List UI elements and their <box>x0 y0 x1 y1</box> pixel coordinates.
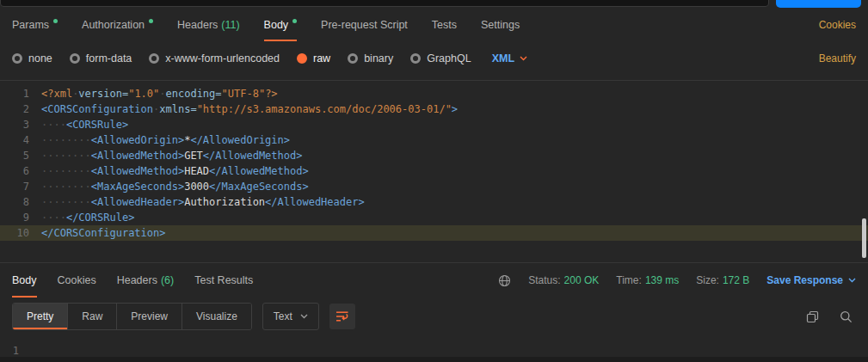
radio-form-data-label: form-data <box>86 52 132 64</box>
size-stat: Size:172 B <box>696 274 749 286</box>
beautify-link[interactable]: Beautify <box>819 52 856 64</box>
radio-graphql[interactable]: GraphQL <box>410 52 471 64</box>
radio-indicator <box>12 53 22 64</box>
language-select[interactable]: XML <box>492 52 527 64</box>
radio-raw[interactable]: raw <box>297 52 330 64</box>
tab-response-headers[interactable]: Headers (6) <box>117 263 175 298</box>
tab-headers[interactable]: Headers (11) <box>177 9 240 41</box>
tab-response-cookies[interactable]: Cookies <box>58 263 96 298</box>
view-tab-raw[interactable]: Raw <box>68 304 117 329</box>
size-value: 172 B <box>723 274 749 286</box>
tab-response-cookies-label: Cookies <box>58 274 96 286</box>
tab-params-label: Params <box>12 19 49 31</box>
send-button[interactable] <box>776 0 861 8</box>
line-number: 3 <box>0 117 41 132</box>
request-editor[interactable]: 1<?xml·version="1.0"·encoding="UTF-8"?>2… <box>0 80 868 263</box>
code-content: <?xml·version="1.0"·encoding="UTF-8"?> <box>41 86 278 101</box>
wrap-text-icon <box>336 310 349 322</box>
format-select-value: Text <box>274 310 292 322</box>
tab-authorization[interactable]: Authorization <box>82 9 153 41</box>
search-icon[interactable] <box>840 310 853 323</box>
line-number: 6 <box>0 163 41 179</box>
code-line[interactable]: 4········<AllowedOrigin>*</AllowedOrigin… <box>0 132 868 148</box>
tab-settings[interactable]: Settings <box>481 9 520 41</box>
size-label: Size: <box>696 274 719 286</box>
code-content: ········<AllowedMethod>GET</AllowedMetho… <box>41 148 302 163</box>
copy-icon[interactable] <box>806 310 819 323</box>
radio-x-www-form-urlencoded[interactable]: x-www-form-urlencoded <box>149 52 280 64</box>
tab-tests[interactable]: Tests <box>432 9 457 41</box>
tab-body[interactable]: Body <box>264 9 298 41</box>
view-tab-pretty[interactable]: Pretty <box>13 304 68 329</box>
line-number: 4 <box>0 132 41 148</box>
request-editor-lines: 1<?xml·version="1.0"·encoding="UTF-8"?>2… <box>0 86 868 241</box>
chevron-down-icon <box>300 314 308 319</box>
tab-pre-request-script[interactable]: Pre-request Script <box>321 9 408 41</box>
body-type-bar: none form-data x-www-form-urlencoded raw… <box>0 43 868 74</box>
request-tabs: Params Authorization Headers (11) Body P… <box>0 9 868 41</box>
tab-test-results-label: Test Results <box>194 274 253 286</box>
tab-tests-label: Tests <box>432 19 457 31</box>
wrap-text-button[interactable] <box>329 304 355 329</box>
radio-form-data[interactable]: form-data <box>70 52 132 64</box>
tab-response-body[interactable]: Body <box>12 263 37 298</box>
radio-indicator-selected <box>297 53 307 64</box>
save-response-button[interactable]: Save Response <box>766 274 856 286</box>
line-number: 9 <box>0 210 41 225</box>
code-content: </CORSConfiguration> <box>41 225 166 241</box>
status-label: Status: <box>528 274 560 286</box>
view-tab-preview[interactable]: Preview <box>117 304 182 329</box>
network-globe-icon[interactable] <box>498 274 511 287</box>
radio-urlencoded-label: x-www-form-urlencoded <box>165 52 280 64</box>
code-line[interactable]: 2<CORSConfiguration·xmlns="http://s3.ama… <box>0 101 868 117</box>
radio-indicator <box>149 53 159 64</box>
code-content: <CORSConfiguration·xmlns="http://s3.amaz… <box>41 101 458 117</box>
code-content: ········<AllowedHeader>Authorization</Al… <box>41 194 365 210</box>
line-number: 2 <box>0 101 41 117</box>
radio-indicator <box>348 53 358 64</box>
tab-settings-label: Settings <box>481 19 520 31</box>
line-number: 1 <box>0 86 41 101</box>
cookies-link[interactable]: Cookies <box>819 19 856 31</box>
tab-body-label: Body <box>264 19 289 31</box>
line-number: 8 <box>0 194 41 210</box>
tab-params[interactable]: Params <box>12 9 58 41</box>
response-headers-count-badge: (6) <box>161 274 174 286</box>
time-stat: Time:139 ms <box>616 274 679 286</box>
radio-none[interactable]: none <box>12 52 52 64</box>
radio-graphql-label: GraphQL <box>427 52 471 64</box>
response-tabs: Body Cookies Headers (6) Test Results S <box>0 263 868 298</box>
url-input[interactable] <box>0 0 769 7</box>
format-select[interactable]: Text <box>262 303 319 330</box>
params-content-dot <box>53 19 58 23</box>
line-number: 5 <box>0 148 41 163</box>
tab-test-results[interactable]: Test Results <box>194 263 253 298</box>
code-line[interactable]: 10</CORSConfiguration> <box>0 225 868 241</box>
authorization-content-dot <box>149 19 153 23</box>
code-line[interactable]: 9····</CORSRule> <box>0 210 868 225</box>
code-content: ····<CORSRule> <box>41 117 128 132</box>
view-tab-visualize[interactable]: Visualize <box>182 304 251 329</box>
status-stat: Status:200 OK <box>528 274 599 286</box>
time-label: Time: <box>616 274 642 286</box>
tab-authorization-label: Authorization <box>82 19 145 31</box>
radio-binary[interactable]: binary <box>348 52 393 64</box>
code-line[interactable]: 1<?xml·version="1.0"·encoding="UTF-8"?> <box>0 86 868 101</box>
code-line[interactable]: 8········<AllowedHeader>Authorization</A… <box>0 194 868 210</box>
radio-binary-label: binary <box>364 52 393 64</box>
response-meta: Status:200 OK Time:139 ms Size:172 B Sav… <box>498 263 856 298</box>
line-number: 7 <box>0 179 41 194</box>
code-line[interactable]: 5········<AllowedMethod>GET</AllowedMeth… <box>0 148 868 163</box>
tab-response-body-label: Body <box>12 274 37 286</box>
response-editor[interactable]: 1 <box>0 335 868 359</box>
radio-indicator <box>70 53 80 64</box>
line-number: 10 <box>0 225 41 241</box>
save-response-label: Save Response <box>766 274 843 286</box>
chevron-down-icon <box>520 56 527 61</box>
radio-raw-label: raw <box>313 52 330 64</box>
editor-scrollbar-thumb[interactable] <box>862 218 866 258</box>
code-line[interactable]: 7········<MaxAgeSeconds>3000</MaxAgeSeco… <box>0 179 868 194</box>
code-line[interactable]: 3····<CORSRule> <box>0 117 868 132</box>
code-line[interactable]: 6········<AllowedMethod>HEAD</AllowedMet… <box>0 163 868 179</box>
code-content: ········<MaxAgeSeconds>3000</MaxAgeSecon… <box>41 179 309 194</box>
